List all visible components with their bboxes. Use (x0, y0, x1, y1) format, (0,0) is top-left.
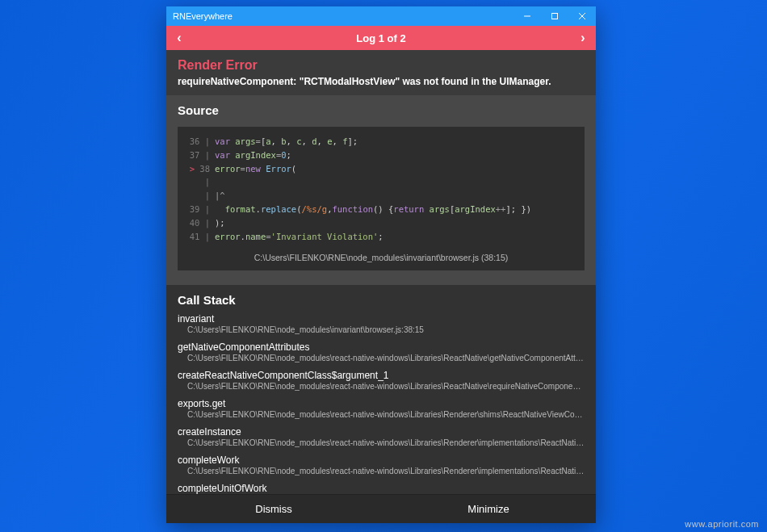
source-code: error=new Error( (215, 162, 296, 176)
callstack-function-name: invariant (178, 313, 585, 325)
callstack-heading: Call Stack (166, 285, 596, 313)
source-heading: Source (166, 95, 596, 122)
line-gutter: > 38 | (187, 162, 215, 190)
error-header: Render Error requireNativeComponent: "RC… (166, 50, 596, 95)
line-gutter: | (187, 189, 215, 203)
callstack-function-name: exports.get (178, 398, 585, 409)
source-line: 40 |); (187, 216, 575, 230)
close-window-button[interactable] (568, 6, 596, 26)
source-code: var argIndex=0; (215, 149, 291, 162)
source-line: 39 | format.replace(/%s/g,function() {re… (187, 203, 575, 216)
error-message: requireNativeComponent: "RCTModalHostVie… (178, 76, 585, 87)
callstack-function-name: createReactNativeComponentClass$argument… (178, 370, 585, 381)
callstack-file-path: C:\Users\FILENKO\RNE\node_modules\react-… (178, 438, 585, 448)
source-code: format.replace(/%s/g,function() {return … (215, 203, 531, 216)
dismiss-button[interactable]: Dismiss (166, 495, 381, 523)
source-code: ); (215, 216, 225, 230)
prev-log-button[interactable]: ‹ (173, 31, 186, 45)
callstack-section: Call Stack invariantC:\Users\FILENKO\RNE… (166, 285, 596, 494)
titlebar[interactable]: RNEverywhere (166, 6, 596, 26)
minimize-window-button[interactable] (513, 6, 541, 26)
line-gutter: 40 | (187, 216, 215, 230)
callstack-item[interactable]: completeWorkC:\Users\FILENKO\RNE\node_mo… (178, 455, 585, 476)
line-gutter: 39 | (187, 203, 215, 216)
next-log-button[interactable]: › (576, 31, 589, 45)
callstack-file-path: C:\Users\FILENKO\RNE\node_modules\react-… (178, 353, 585, 363)
callstack-item[interactable]: invariantC:\Users\FILENKO\RNE\node_modul… (178, 313, 585, 335)
callstack-function-name: completeUnitOfWork (178, 483, 585, 494)
callstack-file-path: C:\Users\FILENKO\RNE\node_modules\react-… (178, 381, 585, 392)
source-line: 36 |var args=[a, b, c, d, e, f]; (187, 135, 575, 149)
callstack-function-name: completeWork (178, 455, 585, 466)
callstack-item[interactable]: completeUnitOfWork (178, 483, 585, 494)
source-file-path: C:\Users\FILENKO\RNE\node_modules\invari… (187, 253, 575, 262)
error-title: Render Error (178, 58, 585, 73)
callstack-function-name: createInstance (178, 426, 585, 438)
line-gutter: 37 | (187, 149, 215, 162)
source-section: Source 36 |var args=[a, b, c, d, e, f];3… (166, 95, 596, 285)
source-line: ||^ (187, 189, 575, 203)
log-navigation-bar: ‹ Log 1 of 2 › (166, 26, 596, 50)
source-line: 37 |var argIndex=0; (187, 149, 575, 162)
watermark: www.apriorit.com (685, 519, 759, 529)
app-window: RNEverywhere ‹ Log 1 of 2 › Render Error… (166, 6, 596, 523)
source-code: error.name='Invariant Violation'; (215, 230, 384, 244)
source-line: > 38 |error=new Error( (187, 162, 575, 190)
source-code: |^ (215, 189, 225, 203)
maximize-window-button[interactable] (541, 6, 568, 26)
source-line: 41 |error.name='Invariant Violation'; (187, 230, 575, 244)
callstack-list: invariantC:\Users\FILENKO\RNE\node_modul… (166, 313, 596, 494)
callstack-item[interactable]: exports.getC:\Users\FILENKO\RNE\node_mod… (178, 398, 585, 420)
minimize-button[interactable]: Minimize (381, 495, 596, 523)
source-code: var args=[a, b, c, d, e, f]; (215, 135, 358, 149)
callstack-file-path: C:\Users\FILENKO\RNE\node_modules\invari… (178, 325, 585, 335)
line-gutter: 41 | (187, 230, 215, 244)
window-controls (513, 6, 596, 26)
window-title: RNEverywhere (173, 11, 513, 21)
callstack-item[interactable]: createReactNativeComponentClass$argument… (178, 370, 585, 392)
source-code-block: 36 |var args=[a, b, c, d, e, f];37 |var … (178, 127, 585, 270)
action-buttons-row: Dismiss Minimize (166, 494, 596, 523)
callstack-file-path: C:\Users\FILENKO\RNE\node_modules\react-… (178, 409, 585, 420)
callstack-item[interactable]: createInstanceC:\Users\FILENKO\RNE\node_… (178, 426, 585, 448)
svg-rect-1 (552, 14, 558, 19)
callstack-item[interactable]: getNativeComponentAttributesC:\Users\FIL… (178, 341, 585, 363)
log-counter-label: Log 1 of 2 (186, 32, 576, 44)
callstack-function-name: getNativeComponentAttributes (178, 341, 585, 353)
line-gutter: 36 | (187, 135, 215, 149)
callstack-file-path: C:\Users\FILENKO\RNE\node_modules\react-… (178, 466, 585, 476)
